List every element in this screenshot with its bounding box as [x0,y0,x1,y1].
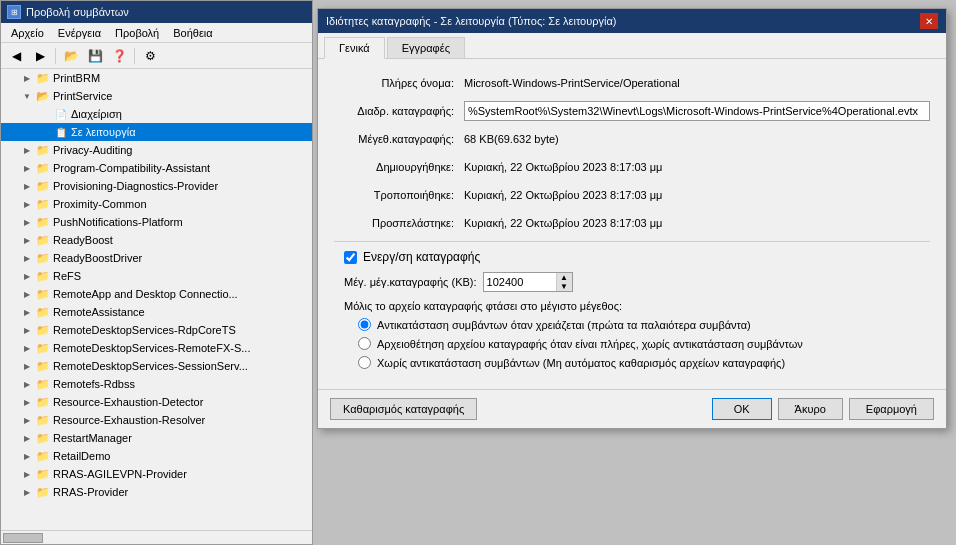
tree-item-rras-provider[interactable]: ▶ RRAS-Provider [1,483,312,501]
clear-log-button[interactable]: Καθαρισμός καταγραφής [330,398,477,420]
expander-restartmgr[interactable]: ▶ [19,430,35,446]
tree-scroll[interactable]: ▶ PrintBRM ▼ PrintService Διαχείριση Σε … [1,69,312,530]
tree-item-restartmgr[interactable]: ▶ RestartManager [1,429,312,447]
spinbox-input-max-size[interactable] [484,273,556,291]
tab-entries[interactable]: Εγγραφές [387,37,465,58]
tree-item-rras-agilevpn[interactable]: ▶ RRAS-AGILEVPN-Provider [1,465,312,483]
horizontal-scrollbar[interactable] [1,530,312,544]
tree-label-fx: RemoteDesktopServices-RemoteFX-S... [53,342,250,354]
ok-button[interactable]: OK [712,398,772,420]
folder-icon-printbrm [35,70,51,86]
back-button[interactable]: ◀ [5,46,27,66]
label-enable-logging[interactable]: Ενεργ/ση καταγραφής [363,250,480,264]
expander-rrasprov[interactable]: ▶ [19,484,35,500]
expander-proximity[interactable]: ▶ [19,196,35,212]
expander-retaildemo[interactable]: ▶ [19,448,35,464]
menu-file[interactable]: Αρχείο [5,26,50,40]
expander-rdbss[interactable]: ▶ [19,376,35,392]
tree-item-proximity[interactable]: ▶ Proximity-Common [1,195,312,213]
label-logpath: Διαδρ. καταγραφής: [334,105,464,117]
folder-icon-resolver [35,412,51,428]
tree-item-ps-management[interactable]: Διαχείριση [1,105,312,123]
tree-item-remotedesktop-fx[interactable]: ▶ RemoteDesktopServices-RemoteFX-S... [1,339,312,357]
folder-icon-fx [35,340,51,356]
tree-item-prog-compat[interactable]: ▶ Program-Compatibility-Assistant [1,159,312,177]
expander-progcompat[interactable]: ▶ [19,160,35,176]
divider-1 [334,241,930,242]
folder-icon-retaildemo [35,448,51,464]
prop-row-created: Δημιουργήθηκε: Κυριακή, 22 Οκτωβρίου 202… [334,157,930,177]
folder-icon-rrasprov [35,484,51,500]
expander-readyboostdrv[interactable]: ▶ [19,250,35,266]
tree-label-remoteassist: RemoteAssistance [53,306,145,318]
expander-pushnotif[interactable]: ▶ [19,214,35,230]
expander-printservice[interactable]: ▼ [19,88,35,104]
tree-item-provisioning[interactable]: ▶ Provisioning-Diagnostics-Provider [1,177,312,195]
menu-view[interactable]: Προβολή [109,26,165,40]
help-button[interactable]: ❓ [108,46,130,66]
tree-label-readyboostdrv: ReadyBoostDriver [53,252,142,264]
tree-label-resolver: Resource-Exhaustion-Resolver [53,414,205,426]
spinbox-up-button[interactable]: ▲ [557,273,572,282]
radio-row-no-overwrite: Χωρίς αντικατάσταση συμβάντων (Μη αυτόμα… [358,356,930,369]
expander-printbrm[interactable]: ▶ [19,70,35,86]
tree-label-remoteapp: RemoteApp and Desktop Connectio... [53,288,238,300]
menu-help[interactable]: Βοήθεια [167,26,218,40]
tree-label-detector: Resource-Exhaustion-Detector [53,396,203,408]
input-logpath[interactable] [464,101,930,121]
label-radio-no-overwrite[interactable]: Χωρίς αντικατάσταση συμβάντων (Μη αυτόμα… [377,357,785,369]
save-button[interactable]: 💾 [84,46,106,66]
tree-item-printservice[interactable]: ▼ PrintService [1,87,312,105]
tree-item-remotedesktop-rdp[interactable]: ▶ RemoteDesktopServices-RdpCoreTS [1,321,312,339]
tree-label-restartmgr: RestartManager [53,432,132,444]
checkbox-enable-logging[interactable] [344,251,357,264]
menu-action[interactable]: Ενέργεια [52,26,107,40]
tree-item-ps-operational[interactable]: Σε λειτουργία [1,123,312,141]
expander-refs[interactable]: ▶ [19,268,35,284]
tree-item-retaildemo[interactable]: ▶ RetailDemo [1,447,312,465]
expander-detector[interactable]: ▶ [19,394,35,410]
tree-item-remotedesktop-sess[interactable]: ▶ RemoteDesktopServices-SessionServ... [1,357,312,375]
tree-item-printbrm[interactable]: ▶ PrintBRM [1,69,312,87]
tree-item-privacy-auditing[interactable]: ▶ Privacy-Auditing [1,141,312,159]
label-modified: Τροποποιήθηκε: [334,189,464,201]
tree-item-readyboost[interactable]: ▶ ReadyBoost [1,231,312,249]
expander-remoteassist[interactable]: ▶ [19,304,35,320]
properties-button[interactable]: ⚙ [139,46,161,66]
radio-no-overwrite[interactable] [358,356,371,369]
expander-privacy[interactable]: ▶ [19,142,35,158]
tree-item-refs[interactable]: ▶ ReFS [1,267,312,285]
tree-item-resource-resolver[interactable]: ▶ Resource-Exhaustion-Resolver [1,411,312,429]
tree-item-remoteapp[interactable]: ▶ RemoteApp and Desktop Connectio... [1,285,312,303]
expander-readyboost[interactable]: ▶ [19,232,35,248]
expander-provisioning[interactable]: ▶ [19,178,35,194]
spinbox-down-button[interactable]: ▼ [557,282,572,291]
folder-icon-progcompat [35,160,51,176]
expander-remoteapp[interactable]: ▶ [19,286,35,302]
tab-general[interactable]: Γενικά [324,37,385,59]
radio-archive[interactable] [358,337,371,350]
tree-item-pushnotif[interactable]: ▶ PushNotifications-Platform [1,213,312,231]
folder-icon-restartmgr [35,430,51,446]
forward-button[interactable]: ▶ [29,46,51,66]
expander-rdp[interactable]: ▶ [19,322,35,338]
main-window: ⊞ Προβολή συμβάντων Αρχείο Ενέργεια Προβ… [0,0,313,545]
open-button[interactable]: 📂 [60,46,82,66]
radio-overwrite[interactable] [358,318,371,331]
expander-fx[interactable]: ▶ [19,340,35,356]
tree-item-remoteassist[interactable]: ▶ RemoteAssistance [1,303,312,321]
expander-sess[interactable]: ▶ [19,358,35,374]
folder-icon-printservice [35,88,51,104]
folder-icon-remoteapp [35,286,51,302]
dialog-close-button[interactable]: ✕ [920,13,938,29]
tree-item-readyboostdrv[interactable]: ▶ ReadyBoostDriver [1,249,312,267]
tree-item-remotefs-rdbss[interactable]: ▶ Remotefs-Rdbss [1,375,312,393]
tree-item-resource-detector[interactable]: ▶ Resource-Exhaustion-Detector [1,393,312,411]
expander-agilevpn[interactable]: ▶ [19,466,35,482]
expander-resolver[interactable]: ▶ [19,412,35,428]
apply-button[interactable]: Εφαρμογή [849,398,934,420]
label-radio-archive[interactable]: Αρχειοθέτηση αρχείου καταγραφής όταν είν… [377,338,803,350]
cancel-button[interactable]: Άκυρο [778,398,843,420]
label-radio-overwrite[interactable]: Αντικατάσταση συμβάντων όταν χρειάζεται … [377,319,751,331]
value-created: Κυριακή, 22 Οκτωβρίου 2023 8:17:03 μμ [464,161,930,173]
